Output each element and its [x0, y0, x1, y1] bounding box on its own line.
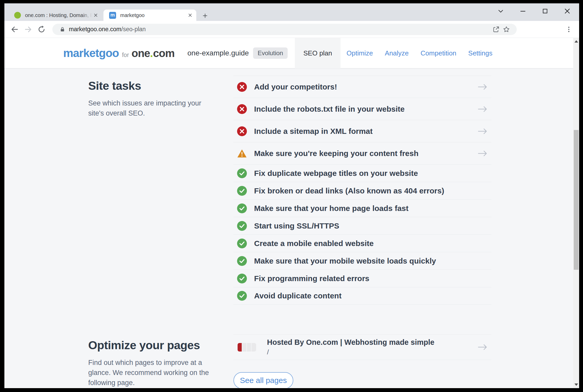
arrow-right-icon[interactable]	[477, 105, 488, 113]
marketgoo-favicon-icon: m	[109, 12, 116, 19]
task-row: Create a mobile enabled website	[233, 234, 491, 252]
section-title: Optimize your pages	[88, 339, 220, 352]
error-icon	[237, 104, 247, 114]
maximize-button[interactable]	[540, 6, 550, 16]
lock-icon[interactable]	[60, 27, 65, 32]
task-row: Fix duplicate webpage titles on your web…	[233, 164, 491, 182]
pages-list: Hosted By One.com | Webhosting made simp…	[233, 334, 491, 360]
tab-close-icon[interactable]	[187, 12, 194, 19]
task-label: Avoid duplicate content	[254, 291, 491, 300]
task-row: Avoid duplicate content	[233, 287, 491, 305]
score-segment	[252, 343, 256, 352]
task-label: Start using SSL/HTTPS	[254, 222, 491, 230]
bookmark-star-icon[interactable]	[501, 24, 512, 35]
nav-competition[interactable]: Competition	[415, 38, 462, 68]
marketgoo-logo-text: marketgoo	[63, 47, 119, 60]
section-subtitle: See which issues are impacting your site…	[88, 98, 209, 118]
task-label: Include the robots.txt file in your webs…	[254, 105, 477, 113]
tab-search-chevron-icon[interactable]	[496, 6, 506, 16]
tab-marketgoo[interactable]: m marketgoo	[103, 10, 196, 21]
arrow-right-icon[interactable]	[477, 83, 488, 91]
marketgoo-onecom-logo: marketgoo for one.com	[63, 47, 175, 60]
app-header: marketgoo for one.com one-example.guide …	[4, 38, 573, 68]
app-nav: SEO planOptimizeAnalyzeCompetitionSettin…	[295, 38, 498, 68]
check-icon	[237, 168, 247, 178]
check-icon	[237, 239, 247, 248]
arrow-right-icon[interactable]	[477, 344, 488, 351]
forward-button[interactable]	[22, 24, 34, 35]
task-label: Add your competitors!	[254, 83, 477, 91]
task-label: Fix broken or dead links (Also known as …	[254, 186, 491, 195]
browser-menu-icon[interactable]	[564, 24, 574, 35]
optimize-pages-description: Optimize your pages Find out which pages…	[88, 339, 220, 388]
section-subtitle: Find out which pages to improve at a gla…	[88, 358, 220, 388]
scrollbar-thumb[interactable]	[574, 130, 579, 270]
site-name: one-example.guide	[188, 49, 249, 57]
section-title: Site tasks	[88, 79, 209, 93]
check-icon	[237, 203, 247, 213]
arrow-right-icon[interactable]	[477, 150, 488, 157]
error-icon	[237, 126, 247, 136]
page-row[interactable]: Hosted By One.com | Webhosting made simp…	[233, 334, 491, 360]
onecom-favicon-icon	[14, 12, 21, 19]
check-icon	[237, 291, 247, 301]
url-bar[interactable]: marketgoo.one.com/seo-plan	[52, 24, 517, 35]
nav-analyze[interactable]: Analyze	[379, 38, 415, 68]
task-label: Create a mobile enabled website	[254, 239, 491, 248]
url-text: marketgoo.one.com/seo-plan	[69, 26, 146, 33]
score-segment	[247, 343, 252, 352]
score-segment	[242, 343, 247, 352]
browser-toolbar: marketgoo.one.com/seo-plan	[4, 21, 579, 38]
task-row: Fix programming related errors	[233, 270, 491, 287]
screenshot-stage: one.com : Hosting, Domain, Emai m market…	[0, 0, 583, 392]
page-content: marketgoo for one.com one-example.guide …	[4, 38, 579, 388]
page-scrollbar[interactable]	[573, 38, 579, 388]
tab-onecom[interactable]: one.com : Hosting, Domain, Emai	[9, 10, 102, 21]
task-row: Make sure that your mobile website loads…	[233, 252, 491, 270]
task-label: Make sure that your home page loads fast	[254, 204, 491, 213]
minimize-button[interactable]	[518, 6, 528, 16]
scroll-down-icon[interactable]	[573, 381, 579, 388]
tab-close-icon[interactable]	[92, 12, 99, 19]
task-row[interactable]: Make sure you're keeping your content fr…	[233, 142, 491, 164]
score-segment	[238, 343, 242, 352]
task-label: Include a sitemap in XML format	[254, 127, 477, 136]
onecom-green-dot: .	[150, 47, 153, 60]
task-row[interactable]: Include the robots.txt file in your webs…	[233, 98, 491, 120]
browser-window: one.com : Hosting, Domain, Emai m market…	[4, 3, 579, 388]
share-icon[interactable]	[491, 24, 501, 35]
nav-seo-plan[interactable]: SEO plan	[295, 38, 341, 68]
close-window-button[interactable]	[562, 6, 572, 16]
tab-title: marketgoo	[120, 12, 187, 18]
back-button[interactable]	[9, 24, 20, 35]
arrow-right-icon[interactable]	[477, 128, 488, 135]
plan-badge: Evolution	[253, 47, 288, 59]
task-label: Make sure that your mobile website loads…	[254, 257, 491, 265]
nav-optimize[interactable]: Optimize	[341, 38, 379, 68]
new-tab-button[interactable]	[201, 12, 209, 20]
task-row: Make sure that your home page loads fast	[233, 199, 491, 217]
page-score-indicator	[238, 343, 256, 352]
see-all-pages-button[interactable]: See all pages	[233, 372, 293, 388]
task-row: Start using SSL/HTTPS	[233, 217, 491, 234]
window-controls	[496, 3, 577, 19]
scroll-up-icon[interactable]	[573, 38, 579, 45]
error-icon	[237, 82, 247, 92]
task-row[interactable]: Include a sitemap in XML format	[233, 120, 491, 142]
task-row[interactable]: Add your competitors!	[233, 76, 491, 98]
task-label: Make sure you're keeping your content fr…	[254, 149, 477, 158]
check-icon	[237, 274, 247, 283]
tab-title: one.com : Hosting, Domain, Emai	[25, 12, 92, 18]
site-tasks-list: Add your competitors!Include the robots.…	[233, 76, 491, 305]
check-icon	[237, 186, 247, 196]
task-label: Fix duplicate webpage titles on your web…	[254, 169, 491, 178]
page-path: /	[267, 348, 477, 356]
task-row: Fix broken or dead links (Also known as …	[233, 182, 491, 199]
page-title: Hosted By One.com | Webhosting made simp…	[267, 338, 477, 347]
tab-strip: one.com : Hosting, Domain, Emai m market…	[4, 3, 579, 21]
task-label: Fix programming related errors	[254, 274, 491, 283]
check-icon	[237, 256, 247, 266]
reload-button[interactable]	[36, 24, 47, 35]
nav-settings[interactable]: Settings	[462, 38, 498, 68]
check-icon	[237, 221, 247, 231]
